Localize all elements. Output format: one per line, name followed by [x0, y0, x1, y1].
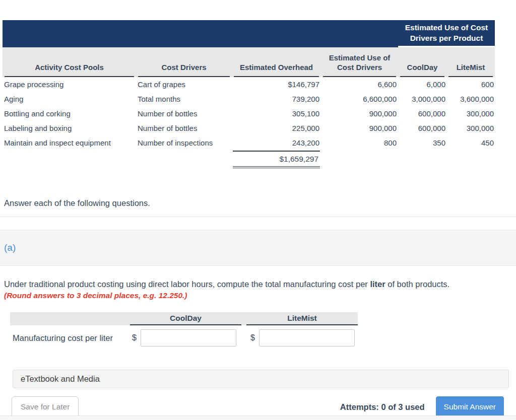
- etextbook-media-label: eTextbook and Media: [21, 374, 100, 384]
- table-row: Bottling and corking Number of bottles 3…: [3, 106, 495, 121]
- cell-pool: Grape processing: [3, 77, 136, 92]
- answer-col-coolday: CoolDay: [130, 312, 241, 325]
- table-row: Maintain and inspect equipment Number of…: [3, 135, 495, 150]
- footer-actions: Save for Later Attempts: 0 of 3 used Sub…: [12, 396, 504, 417]
- question-text: Under traditional product costing using …: [4, 278, 512, 291]
- table-total-row: $1,659,297: [3, 150, 495, 172]
- coolday-cost-input[interactable]: [141, 329, 236, 346]
- rounding-hint: (Round answers to 3 decimal places, e.g.…: [4, 291, 512, 300]
- total-overhead: $1,659,297: [233, 151, 320, 168]
- cell-coolday: 600,000: [398, 106, 446, 121]
- submit-answer-button[interactable]: Submit Answer: [436, 396, 504, 417]
- section-a-header[interactable]: (a): [0, 230, 516, 266]
- cell-coolday: 350: [398, 135, 446, 150]
- cell-driver: Number of bottles: [136, 121, 232, 135]
- cell-litemist: 300,000: [446, 121, 495, 135]
- cell-pool: Aging: [3, 92, 136, 106]
- span-header-empty: [3, 20, 398, 46]
- table-row: Aging Total months 739,200 6,600,000 3,0…: [3, 92, 495, 106]
- question-part2: of both products.: [385, 279, 450, 289]
- answer-col-litemist: LiteMist: [246, 312, 358, 325]
- cell-use: 800: [321, 135, 398, 150]
- cell-driver: Cart of grapes: [136, 77, 232, 92]
- assignment-page: Estimated Use of Cost Drivers per Produc…: [0, 0, 516, 417]
- cell-litemist: 450: [446, 135, 495, 150]
- cell-driver: Number of bottles: [136, 106, 232, 121]
- answer-row: Manufacturing cost per liter $ $: [10, 329, 358, 346]
- section-divider: [0, 217, 516, 217]
- span-header-label: Estimated Use of Cost Drivers per Produc…: [402, 23, 491, 44]
- cell-overhead: 225,000: [232, 121, 321, 135]
- cell-use: 900,000: [321, 106, 398, 121]
- cell-litemist: 300,000: [446, 106, 495, 121]
- table-span-header-row: Estimated Use of Cost Drivers per Produc…: [3, 20, 495, 46]
- answer-header-spacer: [10, 312, 130, 325]
- cell-use: 900,000: [321, 121, 398, 135]
- cell-pool: Labeling and boxing: [3, 121, 136, 135]
- col-activity-cost-pools: Activity Cost Pools: [3, 46, 136, 77]
- cell-driver: Number of inspections: [136, 135, 232, 150]
- col-cost-drivers: Cost Drivers: [136, 46, 232, 77]
- col-coolday: CoolDay: [398, 46, 446, 77]
- cell-use: 6,600: [321, 77, 398, 92]
- span-header-cell: Estimated Use of Cost Drivers per Produc…: [398, 20, 495, 46]
- attempts-counter: Attempts: 0 of 3 used: [340, 402, 425, 412]
- cell-coolday: 6,000: [398, 77, 446, 92]
- cell-coolday: 600,000: [398, 121, 446, 135]
- question-bold-word: liter: [370, 279, 385, 289]
- col-estimated-overhead: Estimated Overhead: [232, 46, 321, 77]
- etextbook-media-accordion[interactable]: eTextbook and Media: [13, 370, 509, 388]
- cell-overhead: 739,200: [232, 92, 321, 106]
- question-part1: Under traditional product costing using …: [4, 279, 370, 289]
- cell-litemist: 600: [446, 77, 495, 92]
- cell-overhead: 243,200: [232, 135, 321, 150]
- table-row: Grape processing Cart of grapes $146,797…: [3, 77, 495, 92]
- save-for-later-button[interactable]: Save for Later: [12, 396, 79, 417]
- answer-table: CoolDay LiteMist Manufacturing cost per …: [10, 312, 358, 346]
- answer-row-label: Manufacturing cost per liter: [10, 333, 130, 343]
- cell-coolday: 3,000,000: [398, 92, 446, 106]
- cell-pool: Bottling and corking: [3, 106, 136, 121]
- cell-litemist: 3,600,000: [446, 92, 495, 106]
- cost-drivers-table: Estimated Use of Cost Drivers per Produc…: [3, 20, 495, 172]
- col-litemist: LiteMist: [446, 46, 495, 77]
- instructions-text: Answer each of the following questions.: [4, 198, 516, 208]
- section-a-label[interactable]: (a): [4, 242, 16, 253]
- cell-driver: Total months: [136, 92, 232, 106]
- dollar-sign-coolday: $: [130, 333, 137, 342]
- table-column-header-row: Activity Cost Pools Cost Drivers Estimat…: [3, 46, 495, 77]
- cell-use: 6,600,000: [321, 92, 398, 106]
- cell-overhead: $146,797: [232, 77, 321, 92]
- dollar-sign-litemist: $: [248, 333, 255, 342]
- cell-pool: Maintain and inspect equipment: [3, 135, 136, 150]
- table-row: Labeling and boxing Number of bottles 22…: [3, 121, 495, 135]
- litemist-cost-input[interactable]: [259, 329, 355, 346]
- answer-table-header: CoolDay LiteMist: [10, 312, 358, 325]
- cell-overhead: 305,100: [232, 106, 321, 121]
- page-bottom-strip: [0, 415, 516, 420]
- col-estimated-use: Estimated Use of Cost Drivers: [321, 46, 398, 77]
- answer-header-gap: [241, 312, 246, 325]
